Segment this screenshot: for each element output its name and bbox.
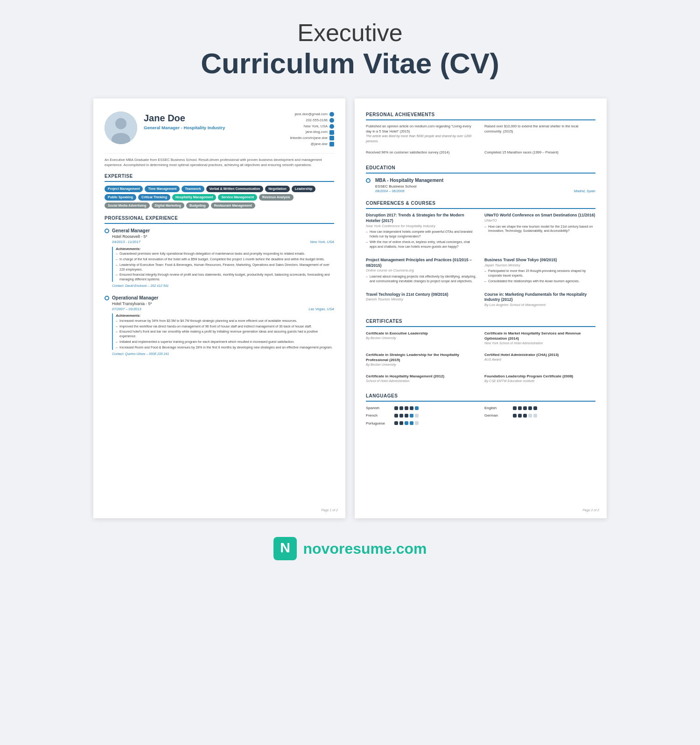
lang-english: English xyxy=(484,405,595,411)
conference-item-6: Course in: Marketing Fundamentals for th… xyxy=(484,292,595,308)
achievement-item: Ensured financial integrity through revi… xyxy=(116,272,334,282)
page-number-2: Page 2 of 2 xyxy=(582,508,599,513)
cert-item-3: Certificate in Strategic Leadership for … xyxy=(366,352,477,367)
contact-location: New York, USA xyxy=(290,124,334,130)
contact-info: jane.doe@gmail.com 202-555-0166 New York… xyxy=(290,111,334,147)
contact-twitter: @jane.doe xyxy=(290,141,334,147)
twitter-icon xyxy=(329,142,334,146)
education-title: EDUCATION xyxy=(366,165,595,174)
edu-school: ESSEC Business School xyxy=(375,184,595,189)
achievement-item: Ensured hotel's front and bar ran smooth… xyxy=(116,329,334,339)
achievement-item: In charge of the full renovation of the … xyxy=(116,257,334,262)
skill-tag: Leadership xyxy=(292,186,315,192)
certificates-grid: Certificate in Executive Leadership By B… xyxy=(366,331,595,386)
skill-tag: Teamwork xyxy=(182,186,204,192)
achievement-2: Raised over $10,000 to extend the animal… xyxy=(484,124,595,144)
svg-text:N: N xyxy=(280,540,290,555)
exp-dot xyxy=(105,296,109,300)
title-line1: Executive xyxy=(201,19,499,47)
experience-item-1: General Manager Hotel Roosevelt - 5* 04/… xyxy=(105,228,334,288)
cert-item-1: Certificate in Executive Leadership By B… xyxy=(366,331,477,346)
exp-job-title: General Manager xyxy=(112,228,334,234)
novoresume-logo-icon: N xyxy=(273,537,297,560)
exp-contact: Contact: Quirino Ulises – 0935 235 241 xyxy=(112,352,334,356)
achievement-item: Guaranteed premises were fully operation… xyxy=(116,251,334,256)
conference-item-1: Disruption 2017: Trends & Strategies for… xyxy=(366,213,477,250)
phone-icon xyxy=(329,118,334,123)
skill-tag: Digital Marketing xyxy=(152,202,184,209)
languages-grid: Spanish French xyxy=(366,405,595,428)
achievement-item: Initiated and implemented a superior tra… xyxy=(116,340,334,344)
skill-tag: Budgeting xyxy=(186,202,209,209)
languages-section: LANGUAGES Spanish French xyxy=(366,393,595,428)
profile-header: Jane Doe General Manager - Hospitality I… xyxy=(105,111,334,147)
edu-date: 08/2004 – 06/2006 xyxy=(375,189,405,194)
conferences-section: CONFERENCES & COURSES Disruption 2017: T… xyxy=(366,200,595,312)
achievements-grid: Published an opinion article on medium.c… xyxy=(366,124,595,158)
achievement-3: Received 96% on customer satisfaction su… xyxy=(366,150,477,155)
exp-achievements: Achievements: Increased revenue by 34% f… xyxy=(112,313,334,349)
skill-tag: Negotiation xyxy=(265,186,290,192)
cert-item-6: Foundation Leadership Program Certificat… xyxy=(484,374,595,383)
personal-achievements-section: PERSONAL ACHIEVEMENTS Published an opini… xyxy=(366,111,595,158)
profile-title: General Manager - Hospitality Industry xyxy=(144,125,284,131)
achievement-4: Completed 15 Marathon races (1999 – Pres… xyxy=(484,150,595,155)
certificates-section: CERTIFICATES Certificate in Executive Le… xyxy=(366,318,595,386)
experience-title: PROFESSIONAL EXPERIENCE xyxy=(105,215,334,224)
skill-tag: Restaurant Management xyxy=(211,202,255,209)
exp-achievements: Achievements: Guaranteed premises were f… xyxy=(112,247,334,282)
achievement-item: Improved the workflow via direct hands-o… xyxy=(116,324,334,329)
skills-grid: Project Management Time Management Teamw… xyxy=(105,186,334,209)
summary: An Executive MBA Graduate from ESSEC Bus… xyxy=(105,153,334,168)
education-section: EDUCATION MBA - Hospitality Management E… xyxy=(366,165,595,194)
cert-item-4: Certified Hotel Administrator (CHA) (201… xyxy=(484,352,595,367)
exp-company: Hotel Roosevelt - 5* xyxy=(112,234,334,240)
blog-icon xyxy=(329,130,334,135)
email-icon xyxy=(329,112,334,117)
exp-company: Hotel Transylvania - 5* xyxy=(112,301,334,307)
contact-phone: 202-555-0166 xyxy=(290,118,334,124)
skill-tag: Social Media Advertising xyxy=(105,202,150,209)
skill-tag: Revenue Analysis xyxy=(259,194,294,201)
achievements-title: PERSONAL ACHIEVEMENTS xyxy=(366,111,595,120)
skill-tag: Service Management xyxy=(218,194,257,201)
skill-tag: Hospitality Management xyxy=(172,194,217,201)
contact-blog: jane-blog.com xyxy=(290,129,334,135)
contact-linkedin: linkedin.com/in/jane.doe xyxy=(290,135,334,141)
edu-degree: MBA - Hospitality Management xyxy=(375,177,595,184)
page-number-1: Page 1 of 2 xyxy=(321,508,338,513)
profile-name: Jane Doe xyxy=(144,111,284,125)
skill-tag: Time Management xyxy=(145,186,180,192)
achievement-item: Increased revenue by 34% from $3.5M to $… xyxy=(116,319,334,323)
lang-spanish: Spanish xyxy=(366,405,477,411)
exp-contact: Contact: David Erickson – 202 412 541 xyxy=(112,284,334,288)
achievement-item: Leadership of Executive Team: Food & Bev… xyxy=(116,263,334,272)
conference-item-5: Travel Technology in 21st Century (09/20… xyxy=(366,292,477,308)
linkedin-icon xyxy=(329,136,334,140)
certificates-title: CERTIFICATES xyxy=(366,318,595,327)
exp-dot xyxy=(105,229,109,233)
lang-portuguese: Portuguese xyxy=(366,421,477,426)
title-line2: Curriculum Vitae (CV) xyxy=(201,47,499,80)
contact-email: jane.doe@gmail.com xyxy=(290,111,334,118)
footer: N novoresume.com xyxy=(273,537,427,560)
conference-item-4: Business Travel Show Tokyo (09/2015) Jap… xyxy=(484,258,595,285)
skill-tag: Critical Thinking xyxy=(138,194,170,201)
skill-tag: Verbal & Written Communication xyxy=(206,186,264,192)
lang-french: French xyxy=(366,413,477,418)
skill-tag: Project Management xyxy=(105,186,143,192)
page-header: Executive Curriculum Vitae (CV) xyxy=(201,19,499,80)
cv-page-2: PERSONAL ACHIEVEMENTS Published an opini… xyxy=(355,98,607,518)
exp-meta: 04/2013 - 11/2017 New York, USA xyxy=(112,240,334,245)
achievement-item: Increased Room and Food & Beverage reven… xyxy=(116,345,334,350)
edu-dot xyxy=(366,178,371,183)
cv-container: Jane Doe General Manager - Hospitality I… xyxy=(93,98,607,518)
languages-title: LANGUAGES xyxy=(366,393,595,402)
exp-job-title: Operational Manager xyxy=(112,295,334,301)
conferences-grid: Disruption 2017: Trends & Strategies for… xyxy=(366,213,595,312)
cert-item-2: Certificate in Market Hospitality Servic… xyxy=(484,331,595,346)
expertise-title: EXPERTISE xyxy=(105,173,334,182)
avatar xyxy=(105,111,137,144)
exp-meta: 07/2007 – 03/2013 Las Vegas, USA xyxy=(112,307,334,312)
lang-german: German xyxy=(484,413,595,418)
